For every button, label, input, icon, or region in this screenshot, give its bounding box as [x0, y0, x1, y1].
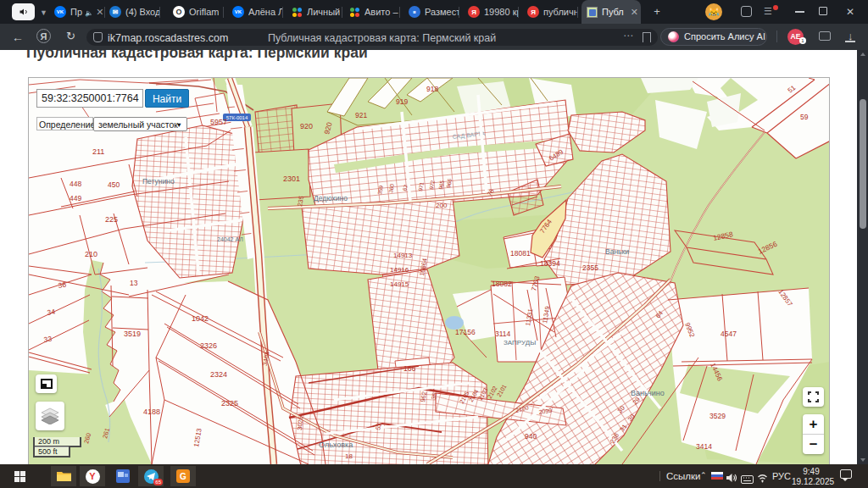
svg-text:31: 31 [618, 423, 628, 433]
svg-text:972: 972 [428, 180, 436, 190]
svg-text:448: 448 [70, 180, 81, 188]
svg-text:920: 920 [322, 121, 333, 136]
svg-text:12856: 12856 [757, 240, 779, 256]
svg-text:965: 965 [437, 180, 445, 190]
svg-text:30: 30 [616, 404, 626, 414]
svg-text:2325: 2325 [221, 399, 238, 408]
svg-text:3519: 3519 [124, 330, 141, 338]
svg-text:67: 67 [401, 184, 409, 192]
svg-text:9952: 9952 [683, 321, 696, 338]
svg-text:3404: 3404 [261, 351, 271, 366]
svg-text:920: 920 [300, 122, 313, 130]
svg-text:1042: 1042 [192, 314, 209, 323]
svg-text:12513: 12513 [192, 427, 203, 447]
svg-text:33: 33 [43, 335, 53, 344]
svg-text:4188: 4188 [143, 408, 160, 416]
svg-text:450: 450 [108, 180, 120, 189]
svg-text:2301: 2301 [283, 175, 300, 183]
svg-text:359: 359 [376, 185, 384, 195]
svg-text:14915: 14915 [390, 280, 409, 288]
svg-text:2326: 2326 [200, 341, 217, 350]
svg-text:Петунино: Петунино [142, 177, 175, 186]
svg-text:64: 64 [654, 309, 665, 319]
svg-text:210: 210 [85, 250, 97, 258]
svg-text:7763: 7763 [530, 274, 541, 291]
svg-text:3114: 3114 [495, 330, 511, 338]
svg-text:ЗАПРУДЫ: ЗАПРУДЫ [504, 339, 536, 347]
svg-text:260: 260 [82, 432, 92, 444]
svg-text:Дедюхино: Дедюхино [314, 194, 348, 202]
svg-text:919: 919 [396, 97, 408, 106]
svg-text:261: 261 [101, 427, 111, 439]
svg-text:2100: 2100 [515, 404, 529, 413]
svg-text:34: 34 [47, 308, 56, 317]
svg-text:14456: 14456 [709, 362, 724, 382]
svg-text:166: 166 [403, 364, 415, 373]
svg-text:200: 200 [436, 202, 448, 209]
svg-text:2101: 2101 [496, 383, 508, 397]
svg-text:24042 АЛ: 24042 АЛ [217, 236, 243, 242]
svg-text:18: 18 [345, 452, 353, 460]
svg-text:2324: 2324 [210, 370, 227, 379]
svg-text:76: 76 [486, 187, 496, 197]
svg-text:18082: 18082 [492, 280, 512, 288]
svg-text:940: 940 [525, 432, 537, 441]
svg-text:18081: 18081 [510, 249, 531, 258]
svg-text:2355: 2355 [582, 263, 598, 272]
svg-text:51: 51 [787, 84, 798, 95]
svg-text:17156: 17156 [455, 328, 476, 336]
svg-text:3529: 3529 [709, 412, 726, 420]
svg-text:Ваньчино: Ваньчино [631, 389, 665, 397]
svg-text:12858: 12858 [712, 230, 733, 242]
svg-text:921: 921 [355, 111, 367, 119]
svg-text:225: 225 [105, 215, 118, 224]
svg-text:11349: 11349 [541, 306, 551, 324]
svg-text:235: 235 [296, 195, 305, 207]
svg-text:53: 53 [374, 422, 383, 430]
svg-text:360: 360 [387, 183, 395, 193]
svg-text:13: 13 [130, 279, 138, 287]
svg-text:5957: 5957 [210, 118, 227, 126]
svg-text:6489: 6489 [548, 147, 565, 162]
svg-text:4547: 4547 [721, 330, 737, 338]
svg-text:57К-0014: 57К-0014 [226, 115, 248, 120]
svg-text:11331: 11331 [524, 308, 534, 327]
svg-text:3026: 3026 [296, 416, 304, 430]
svg-text:10864: 10864 [418, 258, 428, 276]
svg-text:Ваньки: Ваньки [605, 247, 629, 256]
svg-text:14916: 14916 [390, 266, 409, 274]
svg-text:18394: 18394 [540, 259, 560, 268]
svg-text:12857: 12857 [776, 288, 793, 308]
svg-text:357: 357 [430, 388, 439, 400]
svg-text:918: 918 [426, 85, 438, 93]
svg-text:36: 36 [58, 280, 67, 290]
svg-text:966: 966 [445, 178, 453, 188]
svg-text:14913: 14913 [393, 252, 413, 259]
svg-text:3414: 3414 [696, 442, 712, 451]
svg-text:211: 211 [92, 147, 104, 156]
svg-text:2099: 2099 [538, 408, 553, 415]
svg-text:238: 238 [609, 432, 620, 445]
svg-text:971: 971 [417, 181, 425, 191]
svg-text:Ольховка: Ольховка [319, 441, 353, 449]
svg-text:59: 59 [800, 113, 809, 121]
svg-text:30: 30 [626, 413, 637, 423]
svg-text:449: 449 [70, 194, 81, 202]
svg-text:962: 962 [419, 391, 428, 402]
